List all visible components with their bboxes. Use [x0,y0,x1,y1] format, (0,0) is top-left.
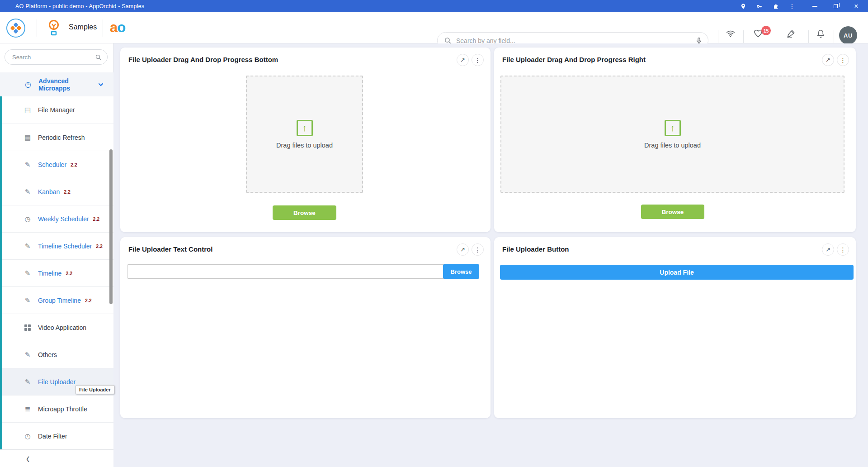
sidebar-item-video-application[interactable]: Video Application [0,314,113,341]
list-icon: ≣ [24,405,32,413]
version-badge: 2.2 [66,271,72,276]
sidebar-section-label: Advanced Microapps [38,77,97,92]
card-title: File Uploader Drag And Drop Progress Rig… [502,56,646,63]
header-divider [743,30,744,44]
sidebar-item-kanban[interactable]: ✎ Kanban 2.2 [0,178,113,205]
main-content: File Uploader Drag And Drop Progress Bot… [113,43,868,467]
sidebar-item-file-manager[interactable]: ▤ File Manager [0,96,113,124]
header-divider [834,30,834,44]
sidebar-item-periodic-refresh[interactable]: ▤ Periodic Refresh [0,124,113,151]
card-uploader-button: File Uploader Button ↗ ⋮ Upload File [494,237,856,418]
sidebar-search-input[interactable] [12,54,95,61]
favorites-count-badge: 15 [761,26,771,35]
expand-icon[interactable]: ↗ [822,243,834,256]
upload-arrow-icon: ↑ [297,120,313,136]
user-avatar[interactable]: AU [839,26,857,44]
sidebar-item-label: Periodic Refresh [38,134,85,141]
card-drag-drop-progress-bottom: File Uploader Drag And Drop Progress Bot… [120,48,491,232]
sidebar-scrollbar[interactable] [109,149,113,304]
sidebar-item-label: Timeline [38,270,61,277]
window-title: AO Platform - public demo - AppOrchid - … [15,3,144,10]
sidebar-item-timeline[interactable]: ✎ Timeline 2.2 [0,259,113,286]
key-icon[interactable] [756,3,763,10]
kebab-menu-icon[interactable]: ⋮ [837,54,849,66]
extensions-puzzle-icon[interactable] [772,3,779,10]
notifications-bell-icon[interactable] [816,29,826,38]
location-pin-icon[interactable] [740,3,747,10]
expand-icon[interactable]: ↗ [822,54,834,66]
card-title: File Uploader Text Control [128,245,212,253]
lightbulb-icon [47,19,61,37]
app-header: Samples ao 15 AU [0,12,868,43]
sidebar-item-label: Video Application [38,324,86,331]
expand-icon[interactable]: ↗ [457,243,469,256]
pen-icon: ✎ [24,161,32,169]
restore-button[interactable] [832,3,839,10]
grid-icon [24,324,32,331]
sidebar-item-microapp-throttle[interactable]: ≣ Microapp Throttle [0,395,113,422]
card-title: File Uploader Drag And Drop Progress Bot… [128,56,278,63]
sidebar-item-weekly-scheduler[interactable]: ◷ Weekly Scheduler 2.2 [0,205,113,232]
browse-button[interactable]: Browse [443,264,479,279]
file-path-input[interactable] [127,264,479,279]
version-badge: 2.2 [96,243,103,249]
version-badge: 2.2 [93,216,100,222]
sidebar-section-advanced-microapps[interactable]: ◷ Advanced Microapps [0,72,113,96]
dropzone-label: Drag files to upload [276,142,333,149]
pen-icon: ✎ [24,351,32,359]
tooltip: File Uploader [75,385,114,394]
sidebar-item-label: Kanban [38,188,60,195]
header-divider [718,30,718,44]
sidebar-item-timeline-scheduler[interactable]: ✎ Timeline Scheduler 2.2 [0,232,113,259]
sidebar-item-group-timeline[interactable]: ✎ Group Timeline 2.2 [0,286,113,314]
header-divider [808,30,809,44]
app-window: AO Platform - public demo - AppOrchid - … [0,0,868,467]
browser-menu-icon[interactable]: ⋮ [788,3,796,10]
kebab-menu-icon[interactable]: ⋮ [472,54,484,66]
sidebar-collapse-row: ‹ [0,449,113,467]
apporchid-logo: ao [110,19,125,36]
expand-icon[interactable]: ↗ [457,54,469,66]
app-launcher-button[interactable] [6,19,25,38]
collapse-sidebar-icon[interactable]: ‹ [26,452,29,466]
upload-arrow-icon: ↑ [665,120,681,136]
file-dropzone[interactable]: ↑ Drag files to upload [500,76,844,193]
version-badge: 2.2 [85,298,92,303]
pinwheel-logo-icon [8,20,24,36]
window-titlebar: AO Platform - public demo - AppOrchid - … [0,0,868,12]
sidebar-item-label: Others [38,351,57,358]
sidebar-item-label: Timeline Scheduler [38,243,92,250]
document-icon: ▤ [24,106,32,114]
close-button[interactable]: × [853,3,860,10]
sidebar: ◷ Advanced Microapps ▤ File Manager ▤ Pe… [0,43,113,467]
pen-icon: ✎ [24,269,32,277]
sidebar-item-label: Microapp Throttle [38,405,87,413]
browse-button[interactable]: Browse [641,205,704,219]
sidebar-item-label: Group Timeline [38,297,81,304]
pen-icon: ✎ [24,188,32,196]
kebab-menu-icon[interactable]: ⋮ [837,243,849,256]
dropzone-label: Drag files to upload [644,142,701,149]
browse-button[interactable]: Browse [273,205,336,220]
sidebar-item-list: ▤ File Manager ▤ Periodic Refresh ✎ Sche… [0,96,113,449]
upload-file-button[interactable]: Upload File [500,265,854,280]
minimize-button[interactable] [811,3,818,10]
file-dropzone[interactable]: ↑ Drag files to upload [246,76,363,193]
sidebar-item-scheduler[interactable]: ✎ Scheduler 2.2 [0,151,113,178]
search-icon [95,54,102,61]
version-badge: 2.2 [64,189,71,195]
sidebar-item-label: Scheduler [38,161,66,168]
pen-icon: ✎ [24,242,32,250]
kebab-menu-icon[interactable]: ⋮ [472,243,484,256]
sidebar-item-date-filter[interactable]: ◷ Date Filter [0,422,113,449]
signature-pen-icon[interactable] [786,29,796,38]
header-divider [37,19,37,37]
sidebar-item-label: Weekly Scheduler [38,215,89,223]
wifi-icon[interactable] [726,29,736,38]
sidebar-item-label: File Uploader [38,378,75,386]
sidebar-search[interactable] [5,49,108,65]
pen-icon: ✎ [24,378,32,386]
chevron-down-icon [97,81,104,88]
sidebar-item-others[interactable]: ✎ Others [0,341,113,368]
card-text-control: File Uploader Text Control ↗ ⋮ Browse [120,237,491,418]
